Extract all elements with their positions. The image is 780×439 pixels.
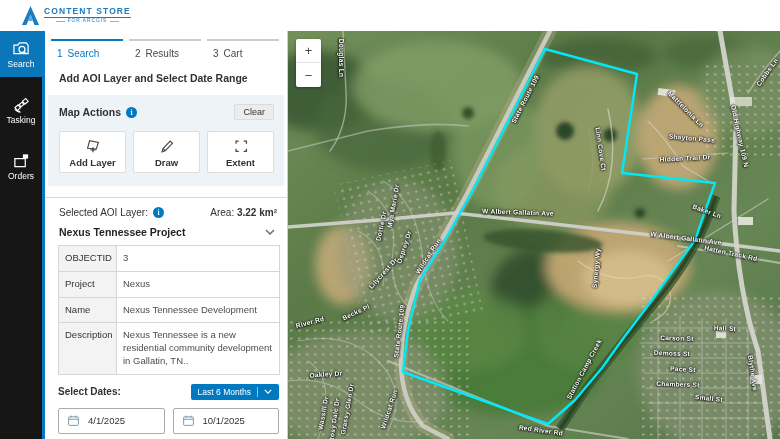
aoi-area: Area: 3.22 km² bbox=[210, 207, 277, 218]
map-actions-section: Map Actions i Clear Add Layer bbox=[48, 95, 284, 186]
start-date-value: 4/1/2025 bbox=[88, 415, 125, 426]
table-row: OBJECTID 3 bbox=[59, 246, 279, 272]
map-actions-text: Map Actions bbox=[59, 106, 121, 118]
street-label: Mattfelonia Ln bbox=[666, 89, 705, 128]
street-label: Mya Marie Dr bbox=[386, 184, 401, 229]
search-images-icon bbox=[12, 40, 31, 57]
map-actions-label: Map Actions i bbox=[59, 106, 137, 118]
draw-label: Draw bbox=[155, 157, 178, 168]
start-date-input[interactable]: 4/1/2025 bbox=[58, 408, 165, 434]
table-row: Project Nexus bbox=[59, 272, 279, 298]
map-zoom-control: + − bbox=[296, 39, 321, 87]
search-panel: 1 Search 2 Results 3 Cart Add AOI Layer … bbox=[42, 31, 288, 439]
step-tab-search[interactable]: 1 Search bbox=[51, 39, 123, 59]
attr-key: Project bbox=[59, 272, 117, 297]
street-labels-layer: Douglas LnState Route 109State Route 109… bbox=[288, 31, 780, 439]
street-label: Station Camp Creek bbox=[565, 338, 603, 401]
satellite-icon bbox=[12, 96, 31, 113]
layer-name: Nexus Tennessee Project bbox=[59, 226, 185, 238]
logo-triangle-icon bbox=[22, 6, 39, 25]
attr-value: Nexus bbox=[117, 272, 279, 297]
selected-aoi-text: Selected AOI Layer: bbox=[59, 207, 148, 218]
sidebar-item-label: Tasking bbox=[7, 115, 36, 125]
street-label: Rosy Dale Dr bbox=[327, 398, 340, 439]
attr-key: Description bbox=[59, 323, 117, 373]
step-tab-cart[interactable]: 3 Cart bbox=[207, 39, 279, 59]
aoi-attributes-table: OBJECTID 3 Project Nexus Name Nexus Tenn… bbox=[58, 245, 280, 375]
street-label: Cobbs Ln bbox=[755, 57, 779, 88]
top-bar: CONTENT STORE FOR ARCGIS bbox=[0, 0, 780, 31]
extent-button[interactable]: Extent bbox=[207, 131, 274, 173]
zoom-out-button[interactable]: − bbox=[296, 63, 321, 87]
street-label: Old Highway 109 N bbox=[730, 104, 750, 168]
street-label: Hatten Track Rd bbox=[704, 244, 758, 262]
street-label: Demoss St bbox=[654, 349, 691, 357]
street-label: Chambers St bbox=[656, 380, 700, 389]
street-label: State Route 109 bbox=[510, 74, 540, 125]
street-label: Carson St bbox=[660, 334, 694, 342]
street-label: Becks Pl bbox=[341, 303, 371, 322]
selected-aoi-label: Selected AOI Layer: i bbox=[59, 207, 164, 218]
sidebar-item-tasking[interactable]: Tasking bbox=[0, 87, 42, 133]
end-date-input[interactable]: 10/1/2025 bbox=[173, 408, 280, 434]
sidebar-item-label: Search bbox=[8, 59, 35, 69]
step-number: 2 bbox=[135, 48, 141, 59]
panel-title: Add AOI Layer and Select Date Range bbox=[59, 72, 277, 84]
content-store-logo[interactable]: CONTENT STORE FOR ARCGIS bbox=[22, 6, 131, 25]
street-label: Oakley Dr bbox=[309, 369, 342, 378]
add-layer-button[interactable]: Add Layer bbox=[59, 131, 126, 173]
step-label: Cart bbox=[224, 48, 243, 59]
street-label: W Albert Gallatin Ave bbox=[650, 230, 722, 246]
wizard-steps: 1 Search 2 Results 3 Cart bbox=[45, 31, 287, 59]
street-label: W Albert Gallatin Ave bbox=[482, 207, 554, 216]
calendar-icon bbox=[182, 414, 195, 427]
calendar-icon bbox=[67, 414, 80, 427]
layer-accordion-header[interactable]: Nexus Tennessee Project bbox=[59, 226, 275, 238]
attr-key: Name bbox=[59, 298, 117, 323]
step-number: 1 bbox=[57, 48, 63, 59]
attr-value: 3 bbox=[117, 246, 279, 271]
step-label: Results bbox=[146, 48, 179, 59]
street-label: State Route 109 bbox=[392, 304, 405, 358]
street-label: Hidden Trail Dr bbox=[659, 153, 710, 163]
step-label: Search bbox=[68, 48, 100, 59]
chevron-down-icon bbox=[264, 389, 272, 394]
area-value: 3.22 km² bbox=[237, 207, 277, 218]
sidebar: Search Tasking Orders bbox=[0, 31, 42, 439]
street-label: Shayton Pass bbox=[669, 132, 716, 143]
table-row: Description Nexus Tennessee is a new res… bbox=[59, 323, 279, 373]
sidebar-item-search[interactable]: Search bbox=[0, 31, 42, 77]
draw-button[interactable]: Draw bbox=[133, 131, 200, 173]
info-icon[interactable]: i bbox=[126, 107, 137, 118]
end-date-value: 10/1/2025 bbox=[203, 415, 245, 426]
step-tab-results[interactable]: 2 Results bbox=[129, 39, 201, 59]
info-icon[interactable]: i bbox=[153, 207, 164, 218]
street-label: Douglas Ln bbox=[338, 39, 345, 77]
map-canvas[interactable]: Douglas LnState Route 109State Route 109… bbox=[288, 31, 780, 439]
street-label: Dottie Dr bbox=[374, 211, 387, 242]
attr-value: Nexus Tennessee is a new residential com… bbox=[117, 323, 279, 373]
step-number: 3 bbox=[213, 48, 219, 59]
app-window: CONTENT STORE FOR ARCGIS Search bbox=[0, 0, 780, 439]
street-label: Small St bbox=[695, 393, 724, 403]
attr-key: OBJECTID bbox=[59, 246, 117, 271]
clear-button[interactable]: Clear bbox=[234, 104, 274, 120]
street-label: Wildcat Run bbox=[414, 237, 442, 275]
street-label: Red River Rd bbox=[519, 423, 564, 436]
street-label: Hall St bbox=[714, 324, 737, 332]
street-label: Grassy Glen Dr bbox=[339, 383, 355, 435]
add-layer-icon bbox=[84, 137, 102, 155]
date-preset-label: Last 6 Months bbox=[198, 387, 251, 397]
select-dates-label: Select Dates: bbox=[58, 386, 121, 397]
sidebar-item-orders[interactable]: Orders bbox=[0, 143, 42, 189]
date-preset-dropdown[interactable]: Last 6 Months bbox=[191, 384, 279, 400]
street-label: Wassill Dr bbox=[317, 396, 330, 431]
zoom-in-button[interactable]: + bbox=[296, 39, 321, 63]
logo-text: CONTENT STORE FOR ARCGIS bbox=[44, 7, 131, 24]
sidebar-item-label: Orders bbox=[8, 171, 34, 181]
area-label: Area: bbox=[210, 207, 234, 218]
logo-subtitle: FOR ARCGIS bbox=[44, 19, 131, 24]
button-divider bbox=[257, 387, 258, 397]
street-label: Wildcat Run bbox=[379, 389, 398, 430]
chevron-down-icon bbox=[265, 229, 275, 235]
